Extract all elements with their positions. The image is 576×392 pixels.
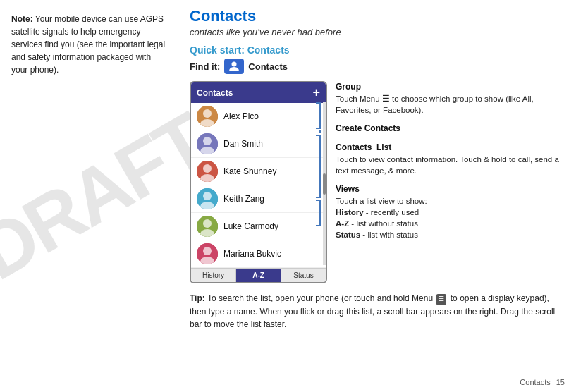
phone-header-plus: +: [312, 85, 320, 100]
annotation-group: Group Touch Menu ☰ to choose which group…: [336, 81, 566, 116]
views-status-label: Status: [336, 231, 360, 239]
contact-name-keith: Keith Zang: [223, 194, 264, 204]
footer-tab-history[interactable]: History: [191, 269, 236, 282]
avatar-luke-img: [197, 216, 218, 237]
phone-mockup: Contacts + Alex Pico: [190, 81, 327, 283]
menu-icon-tip: ☰: [436, 294, 446, 305]
main-content: Contacts + Alex Pico: [190, 81, 566, 283]
contact-row-keith[interactable]: Keith Zang: [191, 185, 326, 213]
annotation-group-title: Group: [336, 81, 566, 93]
annotation-views-body: Touch a list view to show: History - rec…: [336, 195, 566, 240]
contact-name-alex: Alex Pico: [223, 111, 259, 121]
note-body: Your mobile device can use AGPS satellit…: [11, 14, 165, 75]
contact-row-kate[interactable]: Kate Shunney: [191, 158, 326, 185]
section-title: Quick start: Contacts: [190, 44, 566, 56]
contact-row-dan[interactable]: Dan Smith: [191, 130, 326, 158]
tip-label: Tip:: [190, 293, 205, 303]
phone-footer: History A-Z Status: [191, 268, 326, 282]
contact-name-luke: Luke Carmody: [223, 221, 278, 231]
annotation-contacts-list: Contacts List Touch to view contact info…: [336, 142, 566, 176]
phone-header-label: Contacts: [197, 88, 233, 98]
annotation-create: Create Contacts: [336, 123, 566, 135]
avatar-alex: [197, 106, 218, 127]
right-column: Contacts contacts like you’ve never had …: [180, 0, 576, 392]
note-label: Note:: [11, 14, 33, 24]
avatar-keith-img: [197, 188, 218, 209]
scrollbar-thumb[interactable]: [323, 173, 326, 195]
contacts-app-icon: [224, 59, 244, 74]
annotation-views: Views Touch a list view to show: History…: [336, 183, 566, 240]
contact-row-luke[interactable]: Luke Carmody: [191, 213, 326, 240]
svg-point-14: [203, 219, 212, 228]
footer-tab-status[interactable]: Status: [281, 269, 326, 282]
page-title: Contacts: [190, 7, 566, 25]
contact-name-kate: Kate Shunney: [223, 166, 276, 176]
phone-header: Contacts +: [191, 82, 326, 103]
svg-point-5: [203, 137, 212, 145]
annotation-contacts-list-body: Touch to view contact information. Touch…: [336, 154, 566, 176]
avatar-alex-img: [197, 106, 218, 127]
svg-point-8: [203, 164, 212, 173]
views-az-label: A-Z: [336, 219, 349, 228]
avatar-keith: [197, 188, 218, 209]
bracket-group: [316, 102, 321, 129]
avatar-kate-img: [197, 161, 218, 182]
avatar-dan: [197, 133, 218, 154]
tip-section: Tip: To search the list, open your phone…: [190, 292, 566, 331]
annotation-views-title: Views: [336, 183, 566, 195]
annotation-create-title: Create Contacts: [336, 123, 566, 135]
person-icon: [228, 61, 240, 72]
note-paragraph: Note: Your mobile device can use AGPS sa…: [11, 13, 168, 76]
contact-row-mariana[interactable]: Mariana Bukvic: [191, 240, 326, 268]
footer-tab-az[interactable]: A-Z: [236, 269, 281, 282]
contact-name-dan: Dan Smith: [223, 139, 263, 149]
svg-point-17: [203, 247, 212, 255]
svg-point-11: [203, 192, 212, 200]
scrollbar-track[interactable]: [323, 102, 326, 265]
find-it-contacts-label: Contacts: [248, 61, 288, 72]
find-it-label: Find it:: [190, 61, 220, 72]
left-column: Note: Your mobile device can use AGPS sa…: [0, 0, 180, 392]
avatar-mariana-img: [197, 243, 218, 264]
find-it-row: Find it: Contacts: [190, 59, 566, 74]
annotations-panel: Group Touch Menu ☰ to choose which group…: [336, 81, 566, 283]
svg-point-2: [203, 109, 212, 118]
bracket-views: [316, 200, 321, 226]
contact-row-alex[interactable]: Alex Pico: [191, 103, 326, 130]
annotation-contacts-list-title: Contacts List: [336, 142, 566, 154]
views-history-label: History: [336, 208, 364, 216]
bracket-create: [316, 130, 321, 133]
avatar-luke: [197, 216, 218, 237]
contact-name-mariana: Mariana Bukvic: [223, 249, 281, 259]
avatar-kate: [197, 161, 218, 182]
bracket-list: [316, 135, 321, 198]
page-subtitle: contacts like you’ve never had before: [190, 27, 566, 37]
svg-point-0: [232, 62, 237, 67]
tip-body: To search the list, open your phone (or …: [190, 293, 555, 329]
avatar-dan-img: [197, 133, 218, 154]
avatar-mariana: [197, 243, 218, 264]
annotation-group-body: Touch Menu ☰ to choose which group to sh…: [336, 93, 566, 116]
